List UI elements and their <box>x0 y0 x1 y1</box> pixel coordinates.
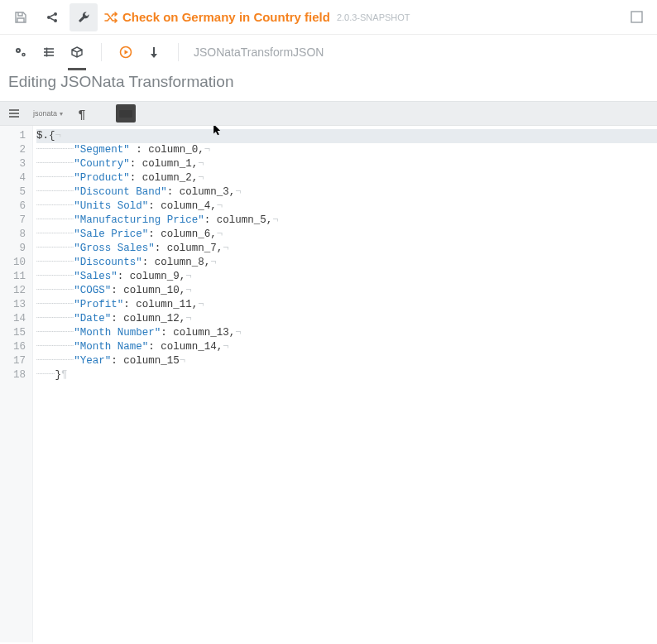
line-number: 4 <box>3 171 26 185</box>
line-number: 5 <box>3 185 26 199</box>
svg-rect-3 <box>631 12 642 22</box>
language-select[interactable]: jsonata <box>28 104 68 123</box>
line-number: 7 <box>3 214 26 228</box>
list-view-button[interactable] <box>35 38 63 66</box>
line-number: 16 <box>3 340 26 354</box>
wrench-button[interactable] <box>70 3 98 31</box>
code-line[interactable]: ┈┈┈}¶ <box>36 368 657 382</box>
code-line[interactable]: ┈┈┈┈┈┈"Discount Band": column_3,¬ <box>36 185 657 199</box>
line-number: 14 <box>3 312 26 326</box>
code-area[interactable]: $.{¬┈┈┈┈┈┈"Segment" : column_0,¬┈┈┈┈┈┈"C… <box>33 126 657 642</box>
show-whitespace-button[interactable]: ¶ <box>73 104 91 123</box>
line-number: 2 <box>3 143 26 157</box>
line-number: 1 <box>3 129 26 143</box>
code-line[interactable]: ┈┈┈┈┈┈"Year": column_15¬ <box>36 354 657 368</box>
line-number: 9 <box>3 242 26 256</box>
keyboard-button[interactable] <box>116 104 136 123</box>
settings-gears-button[interactable] <box>7 38 35 66</box>
line-gutter: 123456789101112131415161718 <box>0 126 33 642</box>
page-name: Check on Germany in Country field <box>122 10 330 24</box>
code-line[interactable]: ┈┈┈┈┈┈"Segment" : column_0,¬ <box>36 143 657 157</box>
code-editor[interactable]: 123456789101112131415161718 $.{¬┈┈┈┈┈┈"S… <box>0 126 657 642</box>
code-line[interactable]: ┈┈┈┈┈┈"Sale Price": column_6,¬ <box>36 228 657 242</box>
line-number: 11 <box>3 270 26 284</box>
line-number: 13 <box>3 298 26 312</box>
line-number: 12 <box>3 284 26 298</box>
code-line[interactable]: ┈┈┈┈┈┈"Units Sold": column_4,¬ <box>36 199 657 214</box>
version-label: 2.0.3-SNAPSHOT <box>337 12 410 22</box>
editor-toolbar: jsonata ¶ <box>0 101 657 126</box>
top-toolbar: Check on Germany in Country field 2.0.3-… <box>0 0 657 35</box>
code-line[interactable]: ┈┈┈┈┈┈"Date": column_12,¬ <box>36 312 657 326</box>
svg-point-7 <box>23 54 25 55</box>
share-button[interactable] <box>38 3 66 31</box>
code-line[interactable]: ┈┈┈┈┈┈"COGS": column_10,¬ <box>36 284 657 298</box>
line-number: 10 <box>3 256 26 270</box>
code-line[interactable]: ┈┈┈┈┈┈"Gross Sales": column_7,¬ <box>36 242 657 256</box>
page-title: Editing JSONata Transformation <box>0 70 657 101</box>
svg-point-6 <box>17 50 19 51</box>
keyboard-icon <box>119 110 132 118</box>
code-line[interactable]: ┈┈┈┈┈┈"Sales": column_9,¬ <box>36 270 657 284</box>
sub-toolbar: JSONataTransformJSON <box>0 35 657 70</box>
line-number: 6 <box>3 199 26 214</box>
panel-toggle-button[interactable] <box>622 3 650 31</box>
code-line[interactable]: ┈┈┈┈┈┈"Month Number": column_13,¬ <box>36 326 657 340</box>
toolbar-divider-2 <box>178 43 179 61</box>
line-number: 18 <box>3 368 26 382</box>
toolbar-divider <box>101 43 102 61</box>
svg-point-2 <box>54 19 57 22</box>
run-button[interactable] <box>112 38 140 66</box>
title-block: Check on Germany in Country field 2.0.3-… <box>104 10 410 24</box>
shuffle-icon <box>104 11 117 24</box>
save-button[interactable] <box>7 3 35 31</box>
code-line[interactable]: ┈┈┈┈┈┈"Discounts": column_8,¬ <box>36 256 657 270</box>
step-down-button[interactable] <box>140 38 168 66</box>
line-number: 8 <box>3 228 26 242</box>
code-line[interactable]: ┈┈┈┈┈┈"Manufacturing Price": column_5,¬ <box>36 214 657 228</box>
line-number: 3 <box>3 157 26 171</box>
svg-point-0 <box>47 16 50 19</box>
svg-point-1 <box>54 12 57 16</box>
breadcrumb: JSONataTransformJSON <box>194 46 324 59</box>
hamburger-menu-button[interactable] <box>5 104 23 123</box>
line-number: 17 <box>3 354 26 368</box>
code-line[interactable]: $.{¬ <box>36 129 657 143</box>
code-line[interactable]: ┈┈┈┈┈┈"Country": column_1,¬ <box>36 157 657 171</box>
line-number: 15 <box>3 326 26 340</box>
language-label: jsonata <box>33 109 57 118</box>
cube-view-button[interactable] <box>63 38 91 66</box>
code-line[interactable]: ┈┈┈┈┈┈"Month Name": column_14,¬ <box>36 340 657 354</box>
code-line[interactable]: ┈┈┈┈┈┈"Profit": column_11,¬ <box>36 298 657 312</box>
code-line[interactable]: ┈┈┈┈┈┈"Product": column_2,¬ <box>36 171 657 185</box>
